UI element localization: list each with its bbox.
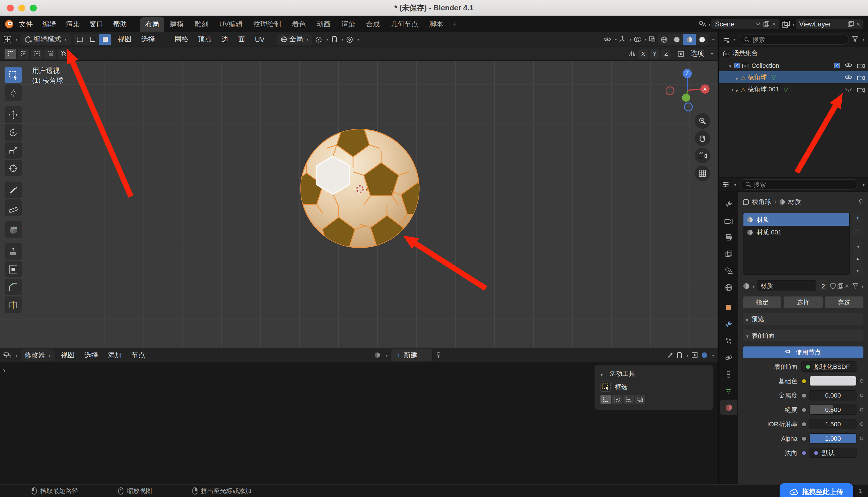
properties-tab-material[interactable] xyxy=(720,400,737,415)
workspace-tab-animation[interactable]: 动画 xyxy=(311,17,336,31)
chevron-down-icon[interactable] xyxy=(860,282,864,289)
render-visibility-camera-icon[interactable] xyxy=(857,62,865,68)
chevron-down-icon[interactable] xyxy=(710,50,713,58)
chevron-down-icon[interactable] xyxy=(791,20,795,28)
tool-bevel[interactable] xyxy=(4,279,22,295)
copy-icon[interactable] xyxy=(764,21,769,27)
properties-tab-view-layer[interactable] xyxy=(720,246,737,261)
tool-rotate[interactable] xyxy=(4,124,22,141)
properties-tab-object-data[interactable]: ▽ xyxy=(720,383,737,398)
macos-zoom-button[interactable] xyxy=(30,4,37,11)
outliner-search[interactable] xyxy=(738,34,849,44)
parent-navigate-icon[interactable] xyxy=(667,352,673,358)
shading-wireframe-button[interactable] xyxy=(658,33,671,45)
visibility-eye-icon[interactable] xyxy=(603,37,612,42)
node-editor-canvas[interactable]: 活动工具 框选 xyxy=(0,363,718,484)
filter-funnel-icon[interactable] xyxy=(853,283,858,289)
menu-node-node[interactable]: 节点 xyxy=(128,349,149,361)
chevron-down-icon[interactable] xyxy=(686,351,689,359)
menu-node-add[interactable]: 添加 xyxy=(104,349,125,361)
outliner-row-mesh-hidden[interactable]: △ 棱角球.001 ▽ xyxy=(719,83,868,95)
gizmos-toggle-icon[interactable] xyxy=(619,36,626,43)
tool-measure[interactable] xyxy=(4,199,22,216)
use-nodes-button[interactable]: 使用节点 xyxy=(743,346,864,358)
base-color-swatch[interactable] xyxy=(809,376,856,386)
fake-user-shield-icon[interactable] xyxy=(830,283,836,289)
add-slot-button[interactable] xyxy=(853,213,863,223)
tool-move[interactable] xyxy=(4,106,22,123)
chevron-down-icon[interactable] xyxy=(325,36,328,43)
chevron-down-icon[interactable] xyxy=(862,36,865,43)
overlays-toggle-icon[interactable] xyxy=(634,36,641,43)
workspace-tab-scripting[interactable]: 脚本 xyxy=(424,17,448,31)
browse-material-icon[interactable] xyxy=(743,282,750,289)
menu-node-view[interactable]: 视图 xyxy=(57,349,78,361)
move-slot-up-button[interactable] xyxy=(853,253,863,264)
tool-add-cube[interactable] xyxy=(4,221,22,238)
ior-slider[interactable]: 1.500 xyxy=(809,419,856,429)
viewport-canvas[interactable]: 用户透视 (1) 棱角球 xyxy=(0,61,718,347)
chevron-down-icon[interactable] xyxy=(14,36,17,43)
exclude-checkbox[interactable]: ✓ xyxy=(834,62,840,68)
outliner-row-scene-collection[interactable]: 场景集合 xyxy=(719,47,868,59)
tool-annotate[interactable] xyxy=(4,182,22,198)
scene-name-field[interactable]: Scene xyxy=(711,19,779,29)
workspace-tab-layout[interactable]: 布局 xyxy=(140,17,164,31)
menu-file[interactable]: 文件 xyxy=(14,17,37,31)
properties-tab-particles[interactable] xyxy=(720,333,737,348)
snap-magnet-icon[interactable] xyxy=(676,352,682,358)
normal-dropdown[interactable]: 默认 xyxy=(809,448,856,458)
breadcrumb-object[interactable]: 棱角球 xyxy=(752,197,771,206)
workspace-tab-uv[interactable]: UV编辑 xyxy=(214,17,248,31)
editor-type-properties-icon[interactable] xyxy=(722,181,730,188)
menu-add[interactable] xyxy=(161,38,168,41)
properties-tab-constraints[interactable] xyxy=(720,367,737,382)
eye-icon[interactable] xyxy=(844,62,853,68)
orientation-dropdown[interactable]: 全局 xyxy=(276,33,312,45)
expand-icon[interactable] xyxy=(729,62,734,69)
properties-search-input[interactable] xyxy=(753,181,853,188)
tool-box-select[interactable] xyxy=(4,67,22,83)
xray-toggle-icon[interactable] xyxy=(649,36,656,43)
chevron-down-icon[interactable] xyxy=(711,36,714,43)
editor-type-outliner-icon[interactable] xyxy=(722,36,730,43)
menu-mesh[interactable]: 网格 xyxy=(171,33,192,45)
remove-slot-button[interactable] xyxy=(853,225,863,235)
properties-tab-physics[interactable] xyxy=(720,350,737,365)
tool-scale[interactable] xyxy=(4,142,22,159)
properties-tab-tool[interactable] xyxy=(720,197,737,211)
vertex-select-button[interactable] xyxy=(73,33,86,45)
view-layer-name-field[interactable]: ViewLayer xyxy=(796,19,864,29)
pin-icon[interactable] xyxy=(858,199,864,205)
blender-logo-icon[interactable] xyxy=(4,19,14,29)
chevron-down-icon[interactable] xyxy=(733,36,736,43)
chevron-down-icon[interactable] xyxy=(14,351,17,359)
close-icon[interactable] xyxy=(772,20,776,28)
properties-search[interactable] xyxy=(740,179,858,189)
chevron-down-icon[interactable] xyxy=(340,36,343,43)
workspace-tab-geometry-nodes[interactable]: 几何节点 xyxy=(385,17,423,31)
scene-icon[interactable] xyxy=(698,21,706,28)
options-dropdown[interactable]: 选项 xyxy=(687,48,708,60)
workspace-tab-compositing[interactable]: 合成 xyxy=(361,17,385,31)
mode-intersect-button[interactable] xyxy=(635,395,645,404)
menu-render[interactable]: 渲染 xyxy=(61,17,84,31)
outliner-row-mesh-selected[interactable]: △ 棱角球 ▽ xyxy=(719,71,868,83)
pan-hand-button[interactable] xyxy=(695,130,710,146)
surface-panel-header[interactable]: 表(曲)面 xyxy=(743,330,864,341)
outliner-row-collection[interactable]: ✓ Collection ✓ xyxy=(719,59,868,71)
snap-base-icon[interactable] xyxy=(678,50,685,57)
region-expand-arrow[interactable] xyxy=(3,366,5,374)
close-icon[interactable] xyxy=(856,20,860,28)
select-button[interactable]: 选择 xyxy=(784,297,823,308)
assign-button[interactable]: 指定 xyxy=(743,297,782,308)
menu-select[interactable]: 选择 xyxy=(138,33,159,45)
select-mode-intersect-button[interactable] xyxy=(57,48,69,59)
pivot-point-icon[interactable] xyxy=(315,36,322,43)
animate-decorator-icon[interactable] xyxy=(860,408,864,411)
macos-minimize-button[interactable] xyxy=(18,4,25,11)
mirror-x-toggle[interactable]: X xyxy=(639,49,648,58)
properties-tab-modifiers[interactable] xyxy=(720,316,737,331)
properties-tab-world[interactable] xyxy=(720,280,737,295)
material-slot-row[interactable]: 材质.001 xyxy=(744,226,849,239)
